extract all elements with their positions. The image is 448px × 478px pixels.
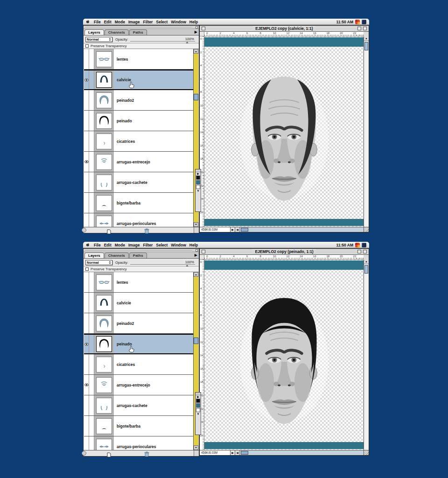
layer-thumbnail[interactable] bbox=[96, 113, 112, 129]
scroll-left-icon[interactable]: ◀ bbox=[235, 450, 240, 455]
palette-collapse-box[interactable] bbox=[196, 249, 198, 252]
link-column[interactable] bbox=[89, 90, 94, 110]
swatch-white[interactable] bbox=[196, 185, 200, 189]
close-box-icon[interactable] bbox=[202, 27, 205, 30]
vertical-scrollbar[interactable]: ▲ bbox=[364, 36, 369, 227]
status-popup-icon[interactable]: ▶ bbox=[231, 227, 235, 232]
scroll-up-icon[interactable]: ▲ bbox=[194, 49, 198, 54]
layer-row-peinado2[interactable]: peinado2 bbox=[84, 90, 193, 111]
menu-image[interactable]: Image bbox=[128, 20, 140, 24]
window-resize-grip[interactable] bbox=[364, 450, 369, 455]
visibility-toggle[interactable] bbox=[84, 313, 89, 333]
background-color-swatch[interactable] bbox=[196, 403, 200, 408]
tab-paths[interactable]: Paths bbox=[129, 253, 147, 258]
application-icon[interactable] bbox=[355, 20, 360, 24]
close-box-icon[interactable] bbox=[202, 250, 205, 253]
menu-window[interactable]: Window bbox=[171, 243, 186, 247]
link-column[interactable] bbox=[89, 335, 94, 353]
menu-file[interactable]: File bbox=[94, 243, 101, 247]
document-titlebar[interactable]: EJEMPLO2 copy (calvicie, 1:1) bbox=[200, 26, 369, 32]
tab-layers[interactable]: Layers bbox=[84, 29, 104, 35]
visibility-toggle[interactable] bbox=[84, 416, 89, 436]
menu-edit[interactable]: Edit bbox=[104, 20, 112, 24]
link-column[interactable] bbox=[89, 49, 94, 69]
collapse-box-icon[interactable] bbox=[363, 27, 367, 30]
scroll-up-icon[interactable]: ▲ bbox=[364, 260, 369, 264]
zoom-box-icon[interactable] bbox=[357, 27, 361, 30]
link-column[interactable] bbox=[89, 354, 94, 374]
layer-row-arrugas-entrecejo[interactable]: arrugas-entrecejo bbox=[84, 375, 193, 395]
menu-select[interactable]: Select bbox=[156, 243, 168, 247]
link-column[interactable] bbox=[89, 375, 94, 395]
layer-row-arrugas-perioculares[interactable]: arrugas-perioculares bbox=[84, 213, 193, 227]
canvas[interactable] bbox=[204, 260, 364, 450]
layer-thumbnail[interactable] bbox=[96, 195, 112, 211]
layer-row-arrugas-entrecejo[interactable]: arrugas-entrecejo bbox=[84, 152, 193, 172]
trash-icon[interactable] bbox=[144, 227, 149, 236]
visibility-toggle[interactable] bbox=[84, 293, 89, 313]
layer-row-lentes[interactable]: lentes bbox=[84, 49, 193, 70]
layer-thumbnail[interactable] bbox=[96, 216, 112, 227]
visibility-toggle[interactable] bbox=[84, 193, 89, 213]
palette-titlebar[interactable] bbox=[84, 26, 199, 29]
palette-menu-icon[interactable]: ▶ bbox=[195, 30, 197, 34]
link-column[interactable] bbox=[89, 111, 94, 131]
visibility-toggle[interactable] bbox=[84, 395, 89, 415]
layer-thumbnail[interactable] bbox=[96, 316, 112, 331]
document-titlebar[interactable]: EJEMPLO2 copy (peinado, 1:1) bbox=[200, 249, 369, 255]
menu-mode[interactable]: Mode bbox=[115, 20, 125, 24]
layer-thumbnail[interactable] bbox=[96, 295, 112, 311]
menu-help[interactable]: Help bbox=[189, 243, 198, 247]
palette-resize-grip[interactable] bbox=[82, 228, 86, 232]
visibility-toggle[interactable] bbox=[84, 213, 89, 227]
palette-scrollbar-thumb[interactable] bbox=[194, 337, 198, 344]
blend-mode-select[interactable]: Normal ▲▼ bbox=[85, 260, 112, 265]
window-resize-grip[interactable] bbox=[364, 227, 369, 232]
visibility-toggle[interactable] bbox=[84, 70, 89, 89]
canvas[interactable] bbox=[204, 36, 364, 227]
palette-menu-icon[interactable]: ▶ bbox=[195, 253, 197, 257]
palette-scrollbar-thumb[interactable] bbox=[194, 94, 198, 100]
layer-thumbnail[interactable] bbox=[96, 154, 112, 170]
visibility-toggle[interactable] bbox=[84, 49, 89, 69]
layer-row-arrugas-cachete[interactable]: arrugas-cachete bbox=[84, 395, 193, 416]
swatch-white[interactable] bbox=[196, 408, 200, 412]
horizontal-scrollbar-thumb[interactable] bbox=[241, 228, 248, 232]
link-column[interactable] bbox=[89, 395, 94, 415]
layer-row-arrugas-perioculares[interactable]: arrugas-perioculares bbox=[84, 436, 193, 450]
vertical-scrollbar[interactable]: ▲ bbox=[364, 260, 369, 450]
scroll-up-icon[interactable]: ▲ bbox=[364, 36, 369, 41]
layer-row-peinado[interactable]: peinado bbox=[84, 111, 193, 131]
collapse-box-icon[interactable] bbox=[363, 250, 367, 253]
link-column[interactable] bbox=[89, 293, 94, 313]
layer-row-cicatrices[interactable]: cicatrices bbox=[84, 131, 193, 152]
link-column[interactable] bbox=[89, 416, 94, 436]
menu-filter[interactable]: Filter bbox=[143, 20, 153, 24]
layer-thumbnail[interactable] bbox=[96, 357, 112, 373]
finder-icon[interactable] bbox=[362, 243, 366, 247]
collapsed-color-palette[interactable]: ▶ ▼ bbox=[195, 392, 201, 435]
link-column[interactable] bbox=[89, 213, 94, 227]
collapsed-color-palette[interactable]: ▶ ▼ bbox=[195, 169, 201, 212]
visibility-toggle[interactable] bbox=[84, 354, 89, 374]
scroll-left-icon[interactable]: ◀ bbox=[235, 227, 240, 232]
menu-mode[interactable]: Mode bbox=[115, 243, 125, 247]
link-column[interactable] bbox=[89, 172, 94, 192]
layer-thumbnail[interactable] bbox=[96, 377, 112, 393]
link-column[interactable] bbox=[89, 272, 94, 292]
layer-row-arrugas-cachete[interactable]: arrugas-cachete bbox=[84, 172, 193, 193]
menu-select[interactable]: Select bbox=[156, 20, 168, 24]
layer-thumbnail[interactable] bbox=[96, 398, 112, 414]
palette-collapse-box[interactable] bbox=[196, 26, 198, 28]
layer-thumbnail[interactable] bbox=[96, 92, 112, 108]
new-layer-icon[interactable] bbox=[107, 228, 111, 236]
visibility-toggle[interactable] bbox=[84, 335, 89, 353]
foreground-color-swatch[interactable] bbox=[196, 176, 200, 180]
layer-thumbnail[interactable] bbox=[96, 175, 112, 190]
link-column[interactable] bbox=[89, 152, 94, 172]
horizontal-scrollbar[interactable]: ◀ ▶ bbox=[235, 227, 369, 232]
menu-window[interactable]: Window bbox=[171, 20, 186, 24]
tab-layers[interactable]: Layers bbox=[84, 253, 104, 258]
palette-resize-grip[interactable] bbox=[82, 451, 86, 456]
horizontal-scrollbar-thumb[interactable] bbox=[241, 451, 248, 455]
